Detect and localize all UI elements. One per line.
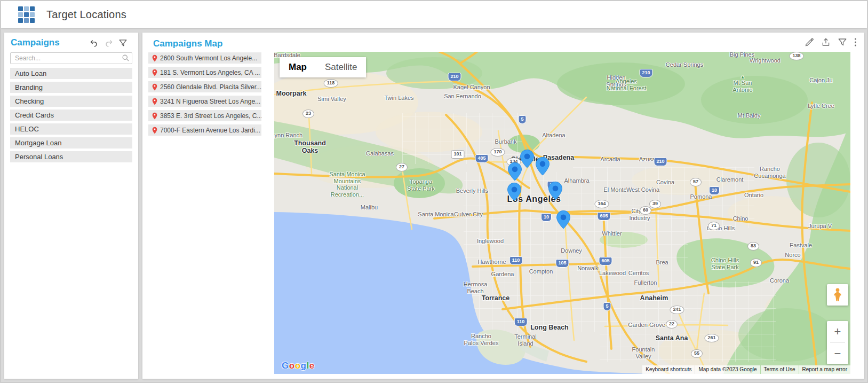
address-text: 2600 South Vermont Los Angele... bbox=[160, 54, 257, 62]
export-icon[interactable] bbox=[821, 37, 831, 47]
search-icon bbox=[122, 54, 130, 64]
campaign-list-item[interactable]: HELOC bbox=[10, 123, 132, 135]
campaign-list-item[interactable]: Auto Loan bbox=[10, 68, 132, 79]
search-input[interactable] bbox=[10, 52, 132, 64]
address-list-item[interactable]: 181 S. Vermont Los Angeles, CA ... bbox=[148, 67, 261, 78]
place-pin-icon bbox=[152, 54, 157, 62]
pegman-icon bbox=[833, 288, 842, 302]
campaigns-map-panel: Campaigns Map 2600 South Vermont Los Ang… bbox=[142, 33, 864, 379]
address-text: 3241 N Figueroa Street Los Ange... bbox=[160, 98, 260, 105]
attribution-item[interactable]: Keyboard shortcuts bbox=[642, 365, 695, 374]
map-marker[interactable] bbox=[520, 149, 535, 170]
filter-icon[interactable] bbox=[118, 38, 128, 48]
map-marker[interactable] bbox=[508, 162, 522, 183]
pegman-control[interactable] bbox=[827, 284, 848, 306]
google-logo[interactable]: Google bbox=[282, 361, 315, 371]
map-marker[interactable] bbox=[548, 181, 563, 202]
campaigns-list: Auto LoanBrandingCheckingCredit CardsHEL… bbox=[10, 68, 132, 165]
campaigns-panel-title: Campaigns bbox=[11, 37, 60, 48]
map-view-button[interactable]: Map bbox=[280, 57, 316, 77]
attribution-item[interactable]: Terms of Use bbox=[761, 365, 799, 374]
campaigns-map-title: Campaigns Map bbox=[153, 38, 222, 49]
app-header: Target Locations bbox=[1, 1, 867, 28]
address-list-item[interactable]: 3853 E. 3rd Street Los Angeles, C... bbox=[148, 110, 261, 121]
edit-icon[interactable] bbox=[805, 37, 814, 47]
google-logo-letter: g bbox=[301, 361, 307, 371]
zoom-control: + − bbox=[827, 321, 848, 364]
place-pin-icon bbox=[152, 69, 157, 76]
google-logo-letter: o bbox=[295, 361, 301, 371]
attribution-item[interactable]: Report a map error bbox=[799, 365, 850, 374]
address-text: 181 S. Vermont Los Angeles, CA ... bbox=[160, 69, 260, 76]
zoom-in-button[interactable]: + bbox=[827, 321, 848, 342]
campaign-list-item[interactable]: Checking bbox=[10, 96, 132, 107]
campaigns-panel: Campaigns Auto LoanBrandingCheckingCredi… bbox=[4, 33, 138, 379]
campaign-list-item[interactable]: Mortgage Loan bbox=[10, 137, 132, 148]
place-pin-icon bbox=[152, 112, 157, 120]
zoom-out-button[interactable]: − bbox=[827, 343, 848, 364]
map-marker[interactable] bbox=[556, 210, 571, 231]
redo-icon[interactable] bbox=[104, 38, 113, 48]
apps-grid-icon[interactable] bbox=[18, 6, 35, 23]
campaign-list-item[interactable]: Personal Loans bbox=[10, 151, 132, 162]
attribution-item: Map data ©2023 Google bbox=[695, 365, 760, 374]
map-canvas[interactable]: BardsdaleMoorparkSimi ValleyTwin LakesKa… bbox=[274, 52, 850, 374]
address-text: 3853 E. 3rd Street Los Angeles, C... bbox=[160, 112, 261, 120]
campaign-list-item[interactable]: Branding bbox=[10, 82, 132, 93]
address-list-item[interactable]: 2600 South Vermont Los Angele... bbox=[148, 52, 261, 64]
place-pin-icon bbox=[152, 127, 157, 134]
map-marker[interactable] bbox=[536, 157, 550, 178]
kebab-menu-icon[interactable] bbox=[854, 37, 857, 47]
campaign-list-item[interactable]: Credit Cards bbox=[10, 110, 132, 121]
place-pin-icon bbox=[152, 98, 157, 105]
page-title: Target Locations bbox=[46, 9, 126, 21]
map-markers-layer bbox=[274, 52, 850, 374]
place-pin-icon bbox=[152, 83, 157, 91]
satellite-view-button[interactable]: Satellite bbox=[316, 57, 366, 77]
filter-icon[interactable] bbox=[838, 37, 847, 47]
address-list: 2600 South Vermont Los Angele...181 S. V… bbox=[148, 52, 261, 139]
google-logo-letter: e bbox=[309, 361, 315, 371]
address-list-item[interactable]: 3241 N Figueroa Street Los Ange... bbox=[148, 96, 261, 107]
app-window: Target Locations Campaigns Auto LoanBran… bbox=[0, 0, 868, 383]
map-attribution: Keyboard shortcutsMap data ©2023 GoogleT… bbox=[642, 365, 850, 374]
map-marker[interactable] bbox=[507, 182, 522, 204]
address-list-item[interactable]: 2560 Glendale Blvd. Placita Silver... bbox=[148, 81, 261, 92]
map-type-control: Map Satellite bbox=[280, 57, 366, 77]
google-logo-letter: o bbox=[289, 361, 295, 371]
undo-icon[interactable] bbox=[90, 38, 99, 48]
address-list-item[interactable]: 7000-F Eastern Avenue Los Jardi... bbox=[148, 124, 261, 136]
address-text: 2560 Glendale Blvd. Placita Silver... bbox=[160, 83, 261, 91]
google-logo-letter: G bbox=[282, 361, 289, 371]
address-text: 7000-F Eastern Avenue Los Jardi... bbox=[160, 127, 260, 134]
